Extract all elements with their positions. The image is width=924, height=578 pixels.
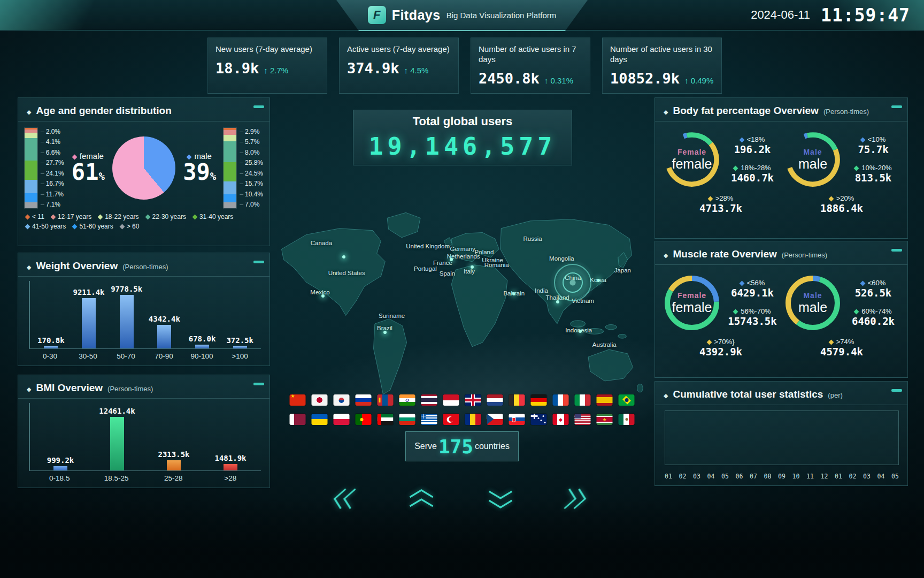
flag-mx	[619, 414, 635, 425]
page-right-button[interactable]	[559, 486, 591, 512]
flag-mn	[378, 394, 394, 406]
stack-label: 5.7%	[240, 138, 263, 146]
stat-item: >28% 4713.7k	[660, 194, 781, 214]
double-chevron-left-icon	[325, 486, 364, 512]
legend-item: > 60	[120, 223, 140, 230]
kpi-label: Number of active users in 30 days	[610, 44, 714, 65]
bar-value: 170.8k	[37, 336, 65, 345]
panel-accent	[891, 105, 902, 108]
flag-row-2	[290, 414, 635, 425]
stat-item: 56%-70% 15743.5k	[723, 307, 781, 327]
map-label-brazil: Brazil	[377, 325, 392, 331]
body-fat-male: Male male <10% 75.7k 10%-20% 813.5k >20	[781, 128, 902, 214]
serve-count: 175	[438, 436, 473, 458]
map-label-romania: Romania	[484, 262, 509, 268]
page-down-button[interactable]	[484, 486, 517, 512]
page-up-button[interactable]	[405, 486, 437, 512]
cumulative-x-axis: 0102030405060708091011120102030405	[665, 473, 899, 480]
bar	[167, 460, 181, 470]
map-label-united-states: United States	[328, 270, 365, 276]
map-glow-dot	[342, 255, 345, 258]
dashboard: 2024-06-11 11:59:47 F Fitdays Big Data V…	[0, 0, 924, 578]
axis-tick: 07	[750, 473, 757, 480]
stack-label: 16.7%	[41, 180, 64, 187]
axis-tick: 12	[821, 473, 828, 480]
legend-label: 51-60 years	[79, 223, 113, 230]
flag-es	[597, 394, 613, 406]
kpi-label: Active users (7-day average)	[347, 44, 451, 55]
kpi-delta: ↑ 0.49%	[684, 76, 713, 85]
muscle-rate-panel: ◆ Muscle rate Overview (Person-times) Fe…	[654, 241, 908, 378]
yellow-diamond-icon	[707, 196, 713, 202]
flag-pt	[356, 414, 372, 425]
blue-diamond-icon	[860, 281, 865, 286]
bottom-vignette	[0, 498, 924, 578]
panel-accent	[253, 105, 264, 108]
stat-item: >74% 4579.4k	[781, 338, 902, 358]
legend-label: 22-30 years	[152, 213, 186, 220]
panel-accent	[253, 383, 264, 385]
bmi-bar-chart: 999.2k12461.4k2313.5k1481.9k 0-18.518.5-…	[29, 403, 261, 482]
total-global-users: Total global users 19,146,577	[353, 110, 572, 165]
axis-tick: 01	[665, 473, 672, 480]
bar-item: 9778.5k	[107, 285, 145, 348]
legend-label: 41-50 years	[32, 223, 66, 230]
stack-label: 8.0%	[240, 149, 263, 156]
flag-pl	[334, 414, 350, 425]
blue-diamond-icon	[860, 138, 865, 143]
legend-item: 12-17 years	[51, 213, 91, 220]
map-label-france: France	[433, 260, 452, 266]
kpi-delta: ↑ 0.31%	[544, 76, 573, 85]
flag-ru	[356, 394, 372, 406]
diamond-icon: ◆	[664, 392, 668, 399]
flag-qa	[290, 414, 306, 425]
map-glow-dot	[471, 265, 474, 269]
bar	[224, 464, 237, 470]
double-chevron-down-icon	[484, 486, 517, 512]
axis-tick: 04	[707, 473, 715, 480]
map-label-spain: Spain	[440, 270, 455, 277]
kpi-label: Number of active users in 7 days	[479, 44, 582, 65]
cumulative-panel: ◆ Cumulative total user statistics (per)…	[654, 381, 908, 486]
legend-diamond-icon	[119, 224, 125, 229]
legend-item: 22-30 years	[146, 213, 186, 220]
bar-value: 4342.4k	[149, 315, 180, 323]
kpi-active-30d: Number of active users in 30 days 10852.…	[602, 37, 722, 94]
stack-segment	[25, 138, 37, 161]
legend-item: 41-50 years	[26, 223, 66, 230]
muscle-gauges: Female female <56% 6429.1k 56%-70% 15743…	[655, 265, 907, 358]
bar-value: 9211.4k	[73, 288, 105, 296]
stat-item: <56% 6429.1k	[723, 279, 781, 299]
female-age-stack: 2.0%4.1%6.6%27.7%24.1%16.7%11.7%7.1%	[25, 128, 64, 208]
female-share: female 61%	[67, 151, 109, 184]
percent-sign: %	[98, 170, 104, 182]
female-stack-labels: 2.0%4.1%6.6%27.7%24.1%16.7%11.7%7.1%	[41, 128, 64, 208]
axis-tick: 05	[721, 473, 729, 480]
gauge-name: male	[798, 300, 827, 315]
map-label-germany: Germany	[450, 246, 475, 252]
male-stacked-bar	[224, 128, 236, 208]
bar-value: 1481.9k	[214, 454, 246, 462]
map-glow-dot	[450, 258, 453, 261]
age-gender-content: 2.0%4.1%6.6%27.7%24.1%16.7%11.7%7.1% fem…	[18, 121, 270, 208]
stat-item: <60% 526.5k	[844, 279, 902, 299]
flag-ae	[378, 414, 394, 425]
map-glow-dot	[321, 294, 325, 298]
panel-header: ◆ Muscle rate Overview (Person-times)	[655, 241, 907, 265]
kpi-delta: ↑ 2.7%	[264, 66, 288, 75]
map-label-canada: Canada	[311, 240, 332, 246]
axis-tick: 11	[806, 473, 814, 480]
axis-tick: 04	[877, 473, 885, 480]
green-diamond-icon	[854, 309, 859, 315]
serve-suffix: countries	[475, 442, 510, 451]
legend-label: 12-17 years	[58, 213, 91, 220]
blue-diamond-icon	[739, 138, 744, 143]
female-stacked-bar	[25, 128, 37, 208]
stat-item: <10% 75.7k	[844, 135, 902, 155]
stat-item: >20% 1886.4k	[781, 194, 902, 214]
flag-ro	[465, 414, 481, 425]
header-datetime: 2024-06-11 11:59:47	[751, 0, 910, 30]
page-left-button[interactable]	[328, 486, 360, 512]
bar-item: 9211.4k	[70, 288, 108, 348]
stack-segment	[224, 141, 236, 162]
